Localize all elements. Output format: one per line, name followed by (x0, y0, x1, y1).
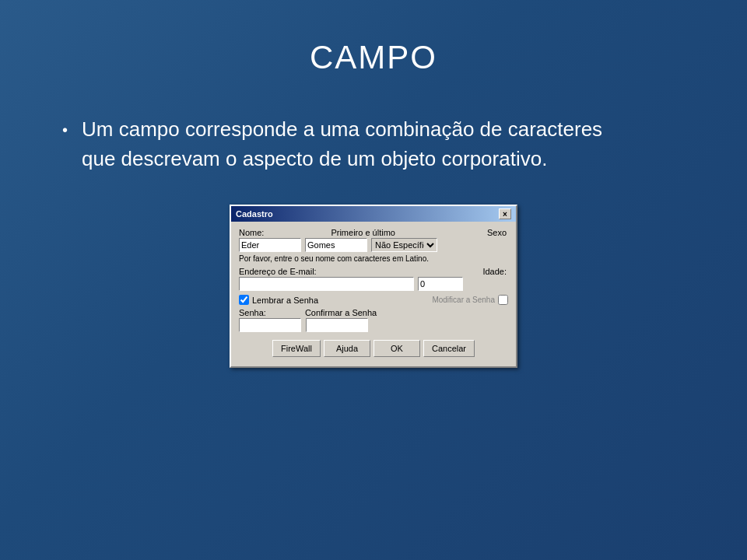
slide-title: CAMPO (62, 39, 685, 76)
lembrar-row: Lembrar a Senha (239, 295, 318, 305)
hint-text: Por favor, entre o seu nome com caracter… (239, 254, 508, 263)
ajuda-button[interactable]: Ajuda (324, 340, 370, 357)
sexo-select[interactable]: Não Específic (371, 238, 437, 252)
bullet-icon: • (62, 119, 68, 141)
slide-container: CAMPO • Um campo corresponde a uma combi… (0, 0, 747, 560)
email-label: Endereço de E-mail: (239, 267, 317, 276)
senha-label: Senha: (239, 308, 266, 317)
bullet-point: • Um campo corresponde a uma combinação … (62, 115, 607, 173)
confirmar-label: Confirmar a Senha (305, 308, 377, 317)
ok-button[interactable]: OK (374, 340, 420, 357)
nome-desc-label: Primeiro e último (331, 228, 395, 237)
dialog-content: Nome: Primeiro e último Sexo Não Específ… (231, 222, 516, 366)
lembrar-checkbox[interactable] (239, 295, 249, 305)
dialog-buttons: FireWall Ajuda OK Cancelar (239, 337, 508, 359)
sexo-label: Sexo (487, 228, 507, 237)
dialog-title: Cadastro (236, 209, 273, 219)
nome-last-input[interactable] (305, 238, 367, 252)
bullet-text: Um campo corresponde a uma combinação de… (82, 115, 607, 173)
idade-label: Idade: (482, 267, 507, 276)
modificar-checkbox[interactable] (498, 295, 508, 305)
content-area: • Um campo corresponde a uma combinação … (62, 115, 685, 529)
modificar-label: Modificar a Senha (432, 296, 495, 304)
firewall-button[interactable]: FireWall (272, 340, 321, 357)
senha-input[interactable] (239, 318, 301, 332)
lembrar-label: Lembrar a Senha (252, 296, 318, 305)
cadastro-dialog: Cadastro × Nome: Primeiro e último Sexo (230, 205, 517, 368)
nome-label: Nome: (239, 228, 264, 237)
cancelar-button[interactable]: Cancelar (423, 340, 475, 357)
dialog-titlebar: Cadastro × (231, 206, 516, 222)
dialog-wrapper: Cadastro × Nome: Primeiro e último Sexo (62, 205, 685, 368)
nome-first-input[interactable] (239, 238, 301, 252)
dialog-close-button[interactable]: × (499, 208, 511, 219)
email-input[interactable] (239, 277, 414, 291)
confirmar-input[interactable] (306, 318, 368, 332)
idade-input[interactable] (418, 277, 463, 291)
